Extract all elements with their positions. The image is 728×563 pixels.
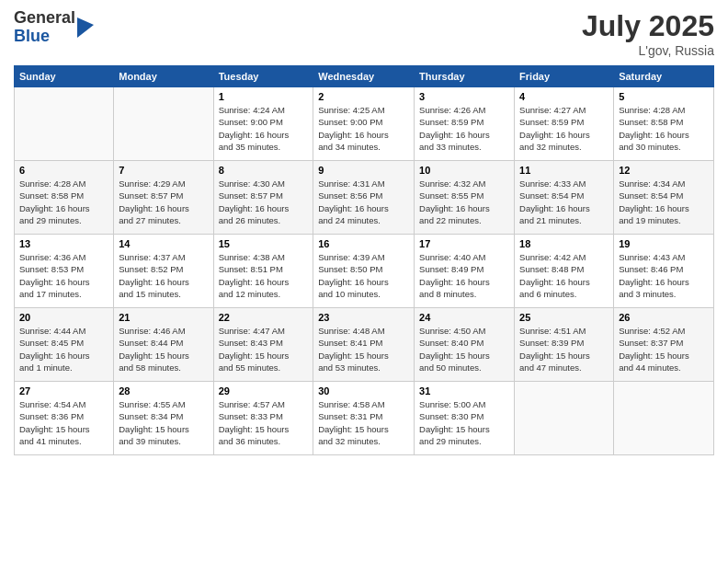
day-number: 9 bbox=[318, 165, 409, 176]
day-number: 24 bbox=[419, 312, 509, 323]
calendar-cell bbox=[114, 87, 213, 161]
day-info: Sunrise: 4:38 AM Sunset: 8:51 PM Dayligh… bbox=[219, 251, 309, 300]
header-tuesday: Tuesday bbox=[213, 66, 313, 87]
day-number: 28 bbox=[119, 385, 208, 396]
day-info: Sunrise: 4:42 AM Sunset: 8:48 PM Dayligh… bbox=[519, 251, 609, 300]
calendar-cell: 13Sunrise: 4:36 AM Sunset: 8:53 PM Dayli… bbox=[15, 235, 114, 308]
day-number: 19 bbox=[619, 238, 709, 249]
day-info: Sunrise: 4:50 AM Sunset: 8:40 PM Dayligh… bbox=[419, 325, 509, 373]
logo-general: General bbox=[14, 9, 75, 28]
day-info: Sunrise: 4:24 AM Sunset: 9:00 PM Dayligh… bbox=[219, 104, 309, 153]
day-number: 21 bbox=[119, 312, 208, 323]
calendar-cell: 27Sunrise: 4:54 AM Sunset: 8:36 PM Dayli… bbox=[15, 382, 114, 455]
calendar-cell: 16Sunrise: 4:39 AM Sunset: 8:50 PM Dayli… bbox=[313, 235, 415, 308]
svg-marker-0 bbox=[77, 17, 94, 38]
calendar-cell: 15Sunrise: 4:38 AM Sunset: 8:51 PM Dayli… bbox=[213, 235, 313, 308]
day-number: 27 bbox=[19, 385, 108, 396]
logo: General Blue bbox=[14, 9, 94, 46]
calendar-week-1: 6Sunrise: 4:28 AM Sunset: 8:58 PM Daylig… bbox=[15, 161, 714, 235]
day-number: 16 bbox=[318, 238, 409, 249]
day-info: Sunrise: 4:27 AM Sunset: 8:59 PM Dayligh… bbox=[519, 104, 609, 153]
day-number: 4 bbox=[519, 91, 609, 102]
calendar-cell: 9Sunrise: 4:31 AM Sunset: 8:56 PM Daylig… bbox=[313, 161, 415, 235]
day-number: 15 bbox=[219, 238, 309, 249]
calendar-week-0: 1Sunrise: 4:24 AM Sunset: 9:00 PM Daylig… bbox=[15, 87, 714, 161]
day-number: 7 bbox=[119, 165, 208, 176]
day-info: Sunrise: 4:25 AM Sunset: 9:00 PM Dayligh… bbox=[318, 104, 409, 153]
calendar-cell: 17Sunrise: 4:40 AM Sunset: 8:49 PM Dayli… bbox=[415, 235, 515, 308]
calendar-cell: 18Sunrise: 4:42 AM Sunset: 8:48 PM Dayli… bbox=[515, 235, 614, 308]
header-monday: Monday bbox=[114, 66, 213, 87]
logo-blue: Blue bbox=[14, 28, 75, 46]
day-info: Sunrise: 4:44 AM Sunset: 8:45 PM Dayligh… bbox=[19, 325, 108, 373]
day-number: 25 bbox=[519, 312, 609, 323]
calendar-week-4: 27Sunrise: 4:54 AM Sunset: 8:36 PM Dayli… bbox=[15, 382, 714, 455]
calendar-page: General Blue July 2025 L'gov, Russia Sun… bbox=[0, 0, 728, 563]
calendar-cell: 23Sunrise: 4:48 AM Sunset: 8:41 PM Dayli… bbox=[313, 308, 415, 382]
calendar-cell: 3Sunrise: 4:26 AM Sunset: 8:59 PM Daylig… bbox=[415, 87, 515, 161]
day-info: Sunrise: 4:34 AM Sunset: 8:54 PM Dayligh… bbox=[619, 178, 709, 226]
day-number: 26 bbox=[619, 312, 709, 323]
calendar-cell: 2Sunrise: 4:25 AM Sunset: 9:00 PM Daylig… bbox=[313, 87, 415, 161]
calendar-cell: 14Sunrise: 4:37 AM Sunset: 8:52 PM Dayli… bbox=[114, 235, 213, 308]
day-info: Sunrise: 4:40 AM Sunset: 8:49 PM Dayligh… bbox=[419, 251, 509, 300]
calendar-cell: 24Sunrise: 4:50 AM Sunset: 8:40 PM Dayli… bbox=[415, 308, 515, 382]
day-info: Sunrise: 4:43 AM Sunset: 8:46 PM Dayligh… bbox=[619, 251, 709, 300]
day-info: Sunrise: 4:54 AM Sunset: 8:36 PM Dayligh… bbox=[19, 398, 108, 447]
header: General Blue July 2025 L'gov, Russia bbox=[14, 9, 714, 58]
calendar-cell: 28Sunrise: 4:55 AM Sunset: 8:34 PM Dayli… bbox=[114, 382, 213, 455]
header-thursday: Thursday bbox=[415, 66, 515, 87]
calendar-cell: 25Sunrise: 4:51 AM Sunset: 8:39 PM Dayli… bbox=[515, 308, 614, 382]
day-number: 3 bbox=[419, 91, 509, 102]
day-number: 23 bbox=[318, 312, 409, 323]
header-wednesday: Wednesday bbox=[313, 66, 415, 87]
day-info: Sunrise: 4:28 AM Sunset: 8:58 PM Dayligh… bbox=[19, 178, 108, 226]
day-number: 18 bbox=[519, 238, 609, 249]
calendar-header-row: Sunday Monday Tuesday Wednesday Thursday… bbox=[15, 66, 714, 87]
day-number: 17 bbox=[419, 238, 509, 249]
title-block: July 2025 L'gov, Russia bbox=[582, 9, 714, 58]
day-info: Sunrise: 5:00 AM Sunset: 8:30 PM Dayligh… bbox=[419, 398, 509, 447]
header-saturday: Saturday bbox=[614, 66, 714, 87]
day-info: Sunrise: 4:39 AM Sunset: 8:50 PM Dayligh… bbox=[318, 251, 409, 300]
calendar-cell: 31Sunrise: 5:00 AM Sunset: 8:30 PM Dayli… bbox=[415, 382, 515, 455]
day-info: Sunrise: 4:58 AM Sunset: 8:31 PM Dayligh… bbox=[318, 398, 409, 447]
day-number: 30 bbox=[318, 385, 409, 396]
header-friday: Friday bbox=[515, 66, 614, 87]
calendar-cell: 10Sunrise: 4:32 AM Sunset: 8:55 PM Dayli… bbox=[415, 161, 515, 235]
day-number: 14 bbox=[119, 238, 208, 249]
calendar-cell: 22Sunrise: 4:47 AM Sunset: 8:43 PM Dayli… bbox=[213, 308, 313, 382]
day-number: 22 bbox=[219, 312, 309, 323]
calendar-cell: 29Sunrise: 4:57 AM Sunset: 8:33 PM Dayli… bbox=[213, 382, 313, 455]
calendar-cell: 20Sunrise: 4:44 AM Sunset: 8:45 PM Dayli… bbox=[15, 308, 114, 382]
logo-icon bbox=[77, 17, 94, 38]
header-sunday: Sunday bbox=[15, 66, 114, 87]
day-info: Sunrise: 4:52 AM Sunset: 8:37 PM Dayligh… bbox=[619, 325, 709, 373]
day-info: Sunrise: 4:47 AM Sunset: 8:43 PM Dayligh… bbox=[219, 325, 309, 373]
day-info: Sunrise: 4:36 AM Sunset: 8:53 PM Dayligh… bbox=[19, 251, 108, 300]
day-number: 8 bbox=[219, 165, 309, 176]
day-number: 31 bbox=[419, 385, 509, 396]
day-info: Sunrise: 4:48 AM Sunset: 8:41 PM Dayligh… bbox=[318, 325, 409, 373]
day-number: 5 bbox=[619, 91, 709, 102]
calendar-week-2: 13Sunrise: 4:36 AM Sunset: 8:53 PM Dayli… bbox=[15, 235, 714, 308]
calendar-cell: 4Sunrise: 4:27 AM Sunset: 8:59 PM Daylig… bbox=[515, 87, 614, 161]
calendar-table: Sunday Monday Tuesday Wednesday Thursday… bbox=[14, 65, 714, 455]
location: L'gov, Russia bbox=[582, 43, 714, 58]
day-info: Sunrise: 4:55 AM Sunset: 8:34 PM Dayligh… bbox=[119, 398, 208, 447]
logo-text: General Blue bbox=[14, 9, 75, 46]
calendar-cell bbox=[15, 87, 114, 161]
day-number: 12 bbox=[619, 165, 709, 176]
day-number: 6 bbox=[19, 165, 108, 176]
calendar-cell: 11Sunrise: 4:33 AM Sunset: 8:54 PM Dayli… bbox=[515, 161, 614, 235]
calendar-cell: 19Sunrise: 4:43 AM Sunset: 8:46 PM Dayli… bbox=[614, 235, 714, 308]
day-number: 11 bbox=[519, 165, 609, 176]
calendar-cell: 8Sunrise: 4:30 AM Sunset: 8:57 PM Daylig… bbox=[213, 161, 313, 235]
day-number: 1 bbox=[219, 91, 309, 102]
calendar-cell: 30Sunrise: 4:58 AM Sunset: 8:31 PM Dayli… bbox=[313, 382, 415, 455]
calendar-cell bbox=[614, 382, 714, 455]
day-info: Sunrise: 4:30 AM Sunset: 8:57 PM Dayligh… bbox=[219, 178, 309, 226]
day-info: Sunrise: 4:51 AM Sunset: 8:39 PM Dayligh… bbox=[519, 325, 609, 373]
month-year: July 2025 bbox=[582, 9, 714, 43]
day-number: 20 bbox=[19, 312, 108, 323]
